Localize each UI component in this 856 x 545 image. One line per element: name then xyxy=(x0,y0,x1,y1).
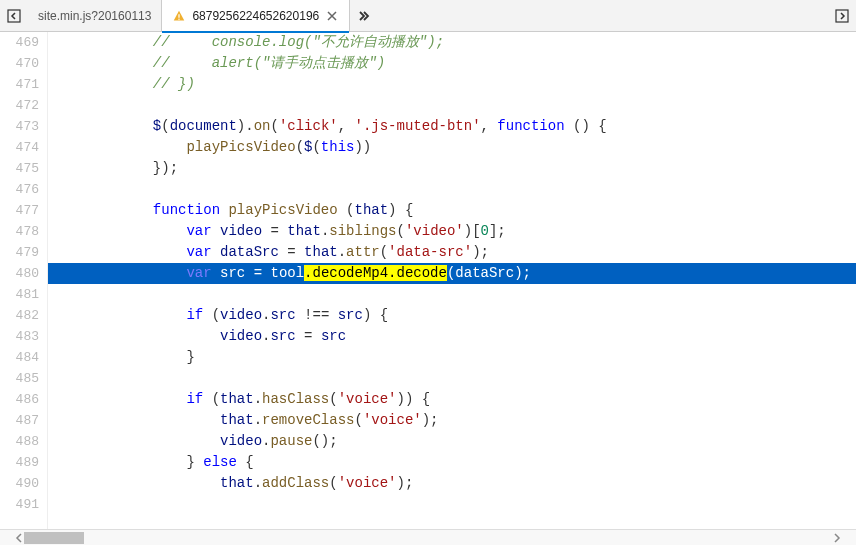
line-number: 482 xyxy=(0,305,39,326)
line-number: 472 xyxy=(0,95,39,116)
line-number: 473 xyxy=(0,116,39,137)
scrollbar-track[interactable] xyxy=(24,532,832,544)
line-number: 470 xyxy=(0,53,39,74)
code-line[interactable]: // console.log("不允许自动播放"); xyxy=(48,32,856,53)
dock-button[interactable] xyxy=(828,0,856,32)
svg-rect-1 xyxy=(179,14,180,18)
line-number: 483 xyxy=(0,326,39,347)
code-line[interactable] xyxy=(48,179,856,200)
tab-1[interactable]: 6879256224652620196 xyxy=(162,0,350,32)
scroll-left-icon[interactable] xyxy=(14,533,24,543)
line-number: 489 xyxy=(0,452,39,473)
line-number: 488 xyxy=(0,431,39,452)
code-line[interactable]: // alert("请手动点击播放") xyxy=(48,53,856,74)
svg-rect-0 xyxy=(8,10,20,22)
line-number: 487 xyxy=(0,410,39,431)
code-line[interactable]: $(document).on('click', '.js-muted-btn',… xyxy=(48,116,856,137)
line-number: 484 xyxy=(0,347,39,368)
line-number: 481 xyxy=(0,284,39,305)
svg-rect-2 xyxy=(179,18,180,19)
code-line[interactable]: var dataSrc = that.attr('data-src'); xyxy=(48,242,856,263)
code-line[interactable]: var video = that.siblings('video')[0]; xyxy=(48,221,856,242)
line-number: 478 xyxy=(0,221,39,242)
line-number: 491 xyxy=(0,494,39,515)
code-content[interactable]: // console.log("不允许自动播放"); // alert("请手动… xyxy=(48,32,856,529)
line-number: 485 xyxy=(0,368,39,389)
line-number: 471 xyxy=(0,74,39,95)
code-editor[interactable]: 4694704714724734744754764774784794804814… xyxy=(0,32,856,529)
code-line[interactable] xyxy=(48,95,856,116)
code-line[interactable]: if (that.hasClass('voice')) { xyxy=(48,389,856,410)
line-number: 477 xyxy=(0,200,39,221)
code-line[interactable]: // }) xyxy=(48,74,856,95)
back-icon xyxy=(6,8,22,24)
tab-overflow-button[interactable] xyxy=(350,0,378,32)
code-line[interactable]: that.removeClass('voice'); xyxy=(48,410,856,431)
code-line[interactable]: video.src = src xyxy=(48,326,856,347)
tab-label: 6879256224652620196 xyxy=(192,9,319,23)
line-number: 476 xyxy=(0,179,39,200)
close-icon[interactable] xyxy=(325,9,339,23)
scroll-right-icon[interactable] xyxy=(832,533,842,543)
code-line[interactable]: } else { xyxy=(48,452,856,473)
code-line[interactable]: video.pause(); xyxy=(48,431,856,452)
tab-0[interactable]: site.min.js?20160113 xyxy=(28,0,162,32)
tab-label: site.min.js?20160113 xyxy=(38,9,151,23)
scrollbar-thumb[interactable] xyxy=(24,532,84,544)
line-number: 486 xyxy=(0,389,39,410)
svg-rect-3 xyxy=(836,10,848,22)
line-number: 475 xyxy=(0,158,39,179)
tab-bar: site.min.js?201601136879256224652620196 xyxy=(0,0,856,32)
dock-icon xyxy=(834,8,850,24)
line-number: 474 xyxy=(0,137,39,158)
line-number: 490 xyxy=(0,473,39,494)
tab-back-button[interactable] xyxy=(0,0,28,32)
code-line[interactable] xyxy=(48,494,856,515)
code-line[interactable]: if (video.src !== src) { xyxy=(48,305,856,326)
line-number: 480 xyxy=(0,263,39,284)
code-line[interactable]: } xyxy=(48,347,856,368)
code-line[interactable]: that.addClass('voice'); xyxy=(48,473,856,494)
code-line[interactable] xyxy=(48,284,856,305)
code-line[interactable]: }); xyxy=(48,158,856,179)
warning-icon xyxy=(172,9,186,23)
code-line[interactable]: function playPicsVideo (that) { xyxy=(48,200,856,221)
chevrons-right-icon xyxy=(356,8,372,24)
code-line[interactable] xyxy=(48,368,856,389)
line-gutter: 4694704714724734744754764774784794804814… xyxy=(0,32,48,529)
horizontal-scrollbar[interactable] xyxy=(0,529,856,545)
line-number: 469 xyxy=(0,32,39,53)
code-line[interactable]: playPicsVideo($(this)) xyxy=(48,137,856,158)
line-number: 479 xyxy=(0,242,39,263)
code-line[interactable]: var src = tool.decodeMp4.decode(dataSrc)… xyxy=(48,263,856,284)
